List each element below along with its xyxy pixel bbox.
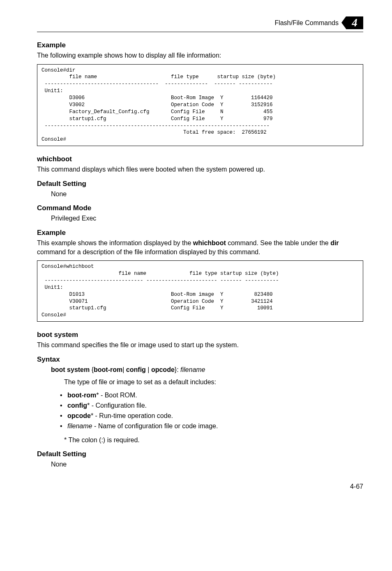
syntax-close: }: — [175, 366, 180, 373]
page-container: Flash/File Commands 4 Example The follow… — [0, 0, 392, 507]
bullet-desc: - Name of configuration file or code ima… — [92, 422, 218, 429]
whichboot-heading: whichboot — [37, 155, 363, 163]
bullet-desc: - Configuration file. — [90, 402, 147, 409]
syntax-prefix: boot system — [51, 366, 90, 373]
example1-console: Console#dir file name file type startup … — [37, 64, 363, 146]
page-number: 4-67 — [37, 483, 363, 490]
syntax-open: { — [90, 366, 94, 373]
bootsystem-default-heading: Default Setting — [37, 450, 363, 458]
bullet-opcode: opcode* - Run-time operation code. — [60, 411, 363, 421]
bullet-filename: filename - Name of configuration file or… — [60, 421, 363, 432]
syntax-opt1: boot-rom — [94, 366, 122, 373]
whichboot-console: Console#whichboot file name file type st… — [37, 260, 363, 322]
page-header: Flash/File Commands 4 — [37, 16, 363, 29]
example1-intro: The following example shows how to displ… — [37, 51, 363, 60]
syntax-bar1: | — [122, 366, 126, 373]
wb-ex-cmd: whichboot — [193, 239, 226, 246]
wb-ex-mid: command. See the table under the — [226, 239, 330, 246]
bullet-term: config — [67, 402, 87, 409]
bootsystem-syntax-heading: Syntax — [37, 355, 363, 364]
syntax-opt3: opcode — [151, 366, 175, 373]
example1-heading: Example — [37, 41, 363, 49]
bootsystem-syntax-desc: The type of file or image to set as a de… — [64, 378, 363, 387]
bullet-term: filename — [67, 422, 92, 429]
whichboot-cmdmode-heading: Command Mode — [37, 204, 363, 212]
bootsystem-bullets: boot-rom* - Boot ROM. config* - Configur… — [60, 390, 363, 431]
bootsystem-syntax-line: boot system {boot-rom| config | opcode}:… — [51, 366, 363, 374]
whichboot-cmdmode-value: Privileged Exec — [51, 214, 363, 223]
whichboot-default-heading: Default Setting — [37, 180, 363, 188]
bullet-term: boot-rom — [67, 392, 96, 399]
chapter-badge: 4 — [346, 16, 363, 29]
bullet-desc: - Run-time operation code. — [93, 412, 173, 419]
bullet-term: opcode — [67, 412, 91, 419]
wb-ex-post: command for a description of the file in… — [37, 248, 260, 255]
bullet-config: config* - Configuration file. — [60, 401, 363, 411]
bootsystem-star-note: * The colon (:) is required. — [64, 436, 363, 445]
syntax-opt2: config — [126, 366, 146, 373]
bootsystem-default-value: None — [51, 460, 363, 469]
whichboot-example-heading: Example — [37, 229, 363, 237]
whichboot-intro: This command displays which files were b… — [37, 165, 363, 174]
syntax-filename: filename — [180, 366, 205, 373]
whichboot-default-value: None — [51, 190, 363, 199]
header-title: Flash/File Commands — [274, 19, 339, 27]
bootsystem-intro: This command specifies the file or image… — [37, 341, 363, 350]
header-rule — [37, 32, 363, 32]
bullet-desc: - Boot ROM. — [99, 392, 137, 399]
syntax-bar2: | — [146, 366, 151, 373]
whichboot-example-intro: This example shows the information displ… — [37, 239, 363, 256]
badge-notch-icon — [341, 16, 346, 29]
badge-number: 4 — [352, 16, 357, 29]
bootsystem-heading: boot system — [37, 331, 363, 339]
bullet-boot-rom: boot-rom* - Boot ROM. — [60, 390, 363, 401]
wb-ex-pre: This example shows the information displ… — [37, 239, 193, 246]
wb-ex-cmd2: dir — [330, 239, 339, 246]
